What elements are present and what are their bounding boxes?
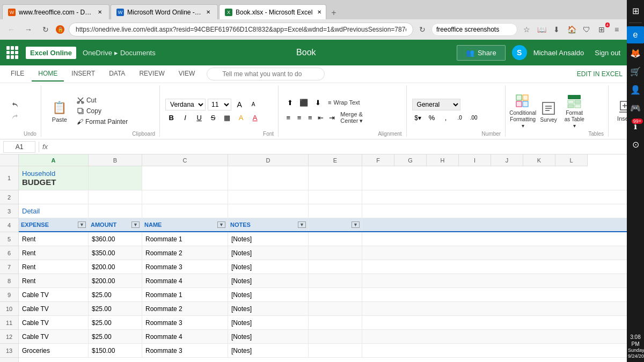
- col-header-e[interactable]: E: [309, 154, 362, 166]
- person-icon[interactable]: 👤: [627, 81, 644, 98]
- increase-decimal-button[interactable]: .00: [468, 112, 480, 124]
- cell-rest-10[interactable]: [362, 302, 627, 315]
- cell-c2[interactable]: [142, 190, 228, 204]
- decrease-font-button[interactable]: A: [247, 99, 259, 110]
- cell-name-7[interactable]: Roommate 3: [142, 260, 228, 274]
- cell-e3[interactable]: [309, 204, 362, 218]
- increase-font-button[interactable]: A: [233, 99, 245, 110]
- col-header-k[interactable]: K: [523, 154, 555, 166]
- cell-e-9[interactable]: [309, 288, 362, 301]
- cell-expense-6[interactable]: Rent: [19, 246, 89, 260]
- indent-increase-button[interactable]: ⇥: [327, 112, 336, 124]
- cell-amount-8[interactable]: $200.00: [89, 274, 142, 287]
- col-header-b[interactable]: B: [89, 154, 142, 166]
- col-header-a[interactable]: A: [19, 154, 89, 166]
- cell-amount-10[interactable]: $25.00: [89, 302, 142, 315]
- cell-notes-11[interactable]: [Notes]: [228, 316, 309, 329]
- cell-name-6[interactable]: Roommate 2: [142, 246, 228, 260]
- tab-close-3[interactable]: ✕: [316, 9, 323, 16]
- breadcrumb-onedrive[interactable]: OneDrive: [83, 49, 112, 57]
- cell-amount-9[interactable]: $25.00: [89, 288, 142, 301]
- row-header-3[interactable]: 3: [0, 204, 18, 218]
- font-size-select[interactable]: 11: [208, 99, 231, 110]
- cell-a1[interactable]: Household BUDGET: [19, 166, 89, 190]
- cell-name-10[interactable]: Roommate 2: [142, 302, 228, 315]
- cell-e-10[interactable]: [309, 302, 362, 315]
- cell-expense-9[interactable]: Cable TV: [19, 288, 89, 301]
- back-button[interactable]: ←: [4, 23, 18, 36]
- skype-icon[interactable]: S: [512, 45, 527, 60]
- conditional-formatting-button[interactable]: ConditionalFormatting ▾: [511, 92, 535, 130]
- refresh-icon[interactable]: ↻: [416, 24, 428, 35]
- cell-a3[interactable]: Detail: [19, 204, 89, 218]
- row-header-2[interactable]: 2: [0, 190, 18, 204]
- bold-button[interactable]: B: [165, 112, 177, 124]
- star-icon[interactable]: ☆: [521, 24, 532, 35]
- row-header-7[interactable]: 7: [0, 260, 18, 274]
- row-header-12[interactable]: 12: [0, 330, 18, 344]
- cut-button[interactable]: Cut: [75, 95, 130, 105]
- tab-close-1[interactable]: ✕: [96, 9, 104, 16]
- cell-name-9[interactable]: Roommate 1: [142, 288, 228, 301]
- paste-button[interactable]: 📋 Paste: [47, 97, 72, 125]
- share-button[interactable]: 👥 Share: [457, 45, 506, 61]
- cell-e-11[interactable]: [309, 316, 362, 329]
- cell-c4-name[interactable]: NAME ▼: [142, 218, 228, 231]
- cell-expense-5[interactable]: Rent: [19, 232, 89, 246]
- row-header-1[interactable]: 1: [0, 166, 18, 190]
- font-family-select[interactable]: Verdana: [165, 99, 206, 110]
- italic-button[interactable]: I: [179, 112, 191, 124]
- cell-expense-12[interactable]: Cable TV: [19, 330, 89, 343]
- number-format-select[interactable]: General: [412, 99, 460, 110]
- cell-e1[interactable]: [309, 166, 362, 190]
- cell-rest-1[interactable]: [362, 166, 627, 190]
- refresh-button[interactable]: ↻: [39, 23, 53, 36]
- currency-button[interactable]: $▾: [412, 112, 424, 124]
- cell-e-13[interactable]: [309, 344, 362, 357]
- windows-icon[interactable]: ⊞: [627, 2, 644, 19]
- cell-expense-8[interactable]: Rent: [19, 274, 89, 287]
- cell-rest-12[interactable]: [362, 330, 627, 343]
- breadcrumb-documents[interactable]: Documents: [120, 49, 156, 57]
- shield-icon[interactable]: 🛡: [581, 24, 592, 35]
- cell-c1[interactable]: [142, 166, 228, 190]
- align-top-button[interactable]: ⬆: [284, 97, 296, 108]
- row-header-6[interactable]: 6: [0, 246, 18, 260]
- tab-review[interactable]: REVIEW: [133, 67, 171, 82]
- cell-rest-7[interactable]: [362, 260, 627, 274]
- cell-expense-13[interactable]: Groceries: [19, 344, 89, 357]
- notes-filter[interactable]: ▼: [298, 221, 306, 228]
- cell-rest-11[interactable]: [362, 316, 627, 329]
- cell-notes-8[interactable]: [Notes]: [228, 274, 309, 287]
- cell-d1[interactable]: [228, 166, 309, 190]
- download-icon[interactable]: ⬇: [551, 24, 562, 35]
- cell-a2[interactable]: [19, 190, 89, 204]
- cell-notes-5[interactable]: [Notes]: [228, 232, 309, 246]
- cell-e-12[interactable]: [309, 330, 362, 343]
- store-icon[interactable]: 🛒: [627, 63, 644, 80]
- font-color-button[interactable]: A: [249, 112, 261, 124]
- circle-icon[interactable]: ⊙: [627, 136, 644, 153]
- row-header-10[interactable]: 10: [0, 302, 18, 316]
- cell-expense-7[interactable]: Rent: [19, 260, 89, 274]
- undo-button[interactable]: [9, 100, 21, 110]
- cell-amount-11[interactable]: $25.00: [89, 316, 142, 329]
- cell-e-7[interactable]: [309, 260, 362, 274]
- steam-icon[interactable]: 🎮: [627, 99, 644, 116]
- tab-data[interactable]: DATA: [103, 67, 131, 82]
- cell-name-13[interactable]: Roommate 3: [142, 344, 228, 357]
- border-button[interactable]: ▦: [221, 112, 233, 124]
- row-header-8[interactable]: 8: [0, 274, 18, 288]
- amount-filter[interactable]: ▼: [131, 221, 140, 228]
- survey-button[interactable]: Survey: [537, 99, 560, 124]
- new-tab-button[interactable]: +: [327, 6, 340, 19]
- col-header-j[interactable]: J: [491, 154, 523, 166]
- cell-notes-7[interactable]: [Notes]: [228, 260, 309, 274]
- tab-insert[interactable]: INSERT: [65, 67, 101, 82]
- tab-freeoffice[interactable]: W www.freeoffice.com - Down... ✕: [2, 4, 109, 19]
- percent-button[interactable]: %: [426, 112, 438, 124]
- app-grid-icon[interactable]: [6, 46, 19, 59]
- cell-b4-amount[interactable]: AMOUNT ▼: [89, 218, 142, 231]
- cell-rest-8[interactable]: [362, 274, 627, 287]
- name-filter[interactable]: ▼: [217, 221, 225, 228]
